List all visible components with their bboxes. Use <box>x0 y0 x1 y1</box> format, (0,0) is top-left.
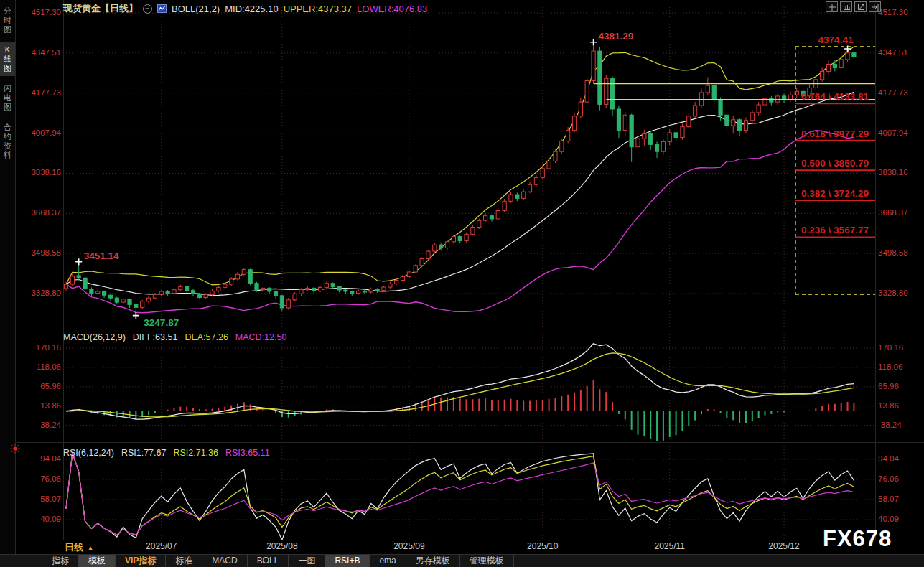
bottom-tab-5[interactable]: BOLL <box>248 555 289 567</box>
collapse-panel-icon[interactable] <box>869 1 881 12</box>
axis-tick-label: 3328.80 <box>22 289 61 298</box>
axis-tick-label: 3328.80 <box>878 289 923 298</box>
x-axis-month-label: 2025/08 <box>257 541 307 551</box>
axis-tick-label: 4007.94 <box>22 128 61 138</box>
sidebar-item-0[interactable]: 分时图 <box>0 4 15 37</box>
x-axis-month-label: 2025/09 <box>384 541 434 551</box>
axis-tick-label: 40.09 <box>878 515 923 524</box>
axis-tick-label: -38.24 <box>878 421 923 430</box>
chart-arrow-icon[interactable] <box>854 1 867 12</box>
bottom-tab-1[interactable]: 模板 <box>79 555 116 567</box>
alert-burst-icon <box>9 443 21 457</box>
boll-lower-value: LOWER:4076.83 <box>357 4 427 14</box>
axis-tick-label: 4517.30 <box>878 8 923 17</box>
bottom-tab-0[interactable]: 指标 <box>42 555 79 567</box>
sidebar-item-1[interactable]: K线图 <box>0 42 15 76</box>
chart-canvas[interactable]: 4374.410.764 \ 4133.810.618 \ 3977.290.5… <box>0 0 924 567</box>
axis-tick-label: 3498.58 <box>878 248 923 258</box>
sidebar-item-3[interactable]: 合约资料 <box>0 120 15 163</box>
period-text: 日线 <box>65 541 83 554</box>
sidebar-item-2[interactable]: 闪电图 <box>0 81 15 115</box>
rsi-title: RSI(6,12,24) <box>63 448 114 458</box>
axis-tick-label: 4517.30 <box>22 8 61 17</box>
symbol-title: 现货黄金【日线】 <box>63 2 138 15</box>
bottom-tab-8[interactable]: ema <box>370 555 406 567</box>
collapse-indicator-icon[interactable]: − <box>143 4 152 14</box>
svg-text:0.764 \ 4133.81: 0.764 \ 4133.81 <box>801 91 869 102</box>
axis-tick-label: 4177.73 <box>878 88 923 98</box>
axis-tick-label: 170.16 <box>878 343 923 352</box>
macd-bar-value: MACD:12.50 <box>235 332 287 342</box>
axis-tick-label: 4347.51 <box>878 48 923 57</box>
axis-tick-label: 3838.16 <box>22 168 61 177</box>
x-axis-month-label: 2025/07 <box>136 541 187 551</box>
axis-tick-label: 13.86 <box>878 401 923 411</box>
axis-tick-label: 4007.94 <box>878 128 923 138</box>
axis-tick-label: 94.04 <box>878 454 923 464</box>
sidebar: 分时图K线图闪电图合约资料 <box>0 0 15 567</box>
svg-text:0.500 \ 3850.79: 0.500 \ 3850.79 <box>801 158 869 169</box>
axis-tick-label: 118.06 <box>878 362 923 372</box>
chart-header: 现货黄金【日线】 − BOLL(21,2) MID:4225.10 UPPER:… <box>63 2 427 15</box>
svg-text:3247.87: 3247.87 <box>144 317 179 328</box>
macd-title: MACD(26,12,9) <box>63 332 126 342</box>
rsi-header: RSI(6,12,24) RSI1:77.67 RSI2:71.36 RSI3:… <box>63 448 270 458</box>
boll-upper-value: UPPER:4373.37 <box>284 4 352 14</box>
axis-tick-label: 4347.51 <box>22 48 61 57</box>
watermark: FX678 <box>823 526 892 552</box>
x-axis-month-label: 2025/12 <box>759 541 809 551</box>
bottom-tab-7[interactable]: RSI+B <box>325 555 370 567</box>
axis-tick-label: 76.06 <box>22 474 61 484</box>
axis-tick-label: 58.07 <box>878 495 923 504</box>
trading-app: 4374.410.764 \ 4133.810.618 \ 3977.290.5… <box>0 0 924 567</box>
axis-tick-label: 4177.73 <box>22 88 61 98</box>
svg-text:0.618 \ 3977.29: 0.618 \ 3977.29 <box>801 128 869 139</box>
rsi2-value: RSI2:71.36 <box>173 448 218 458</box>
rsi3-value: RSI3:65.11 <box>225 448 270 458</box>
macd-diff-value: DIFF:63.51 <box>133 332 178 342</box>
svg-text:4381.29: 4381.29 <box>599 31 634 42</box>
chart-scale-icon[interactable] <box>840 1 852 12</box>
boll-mid-value: MID:4225.10 <box>225 4 278 14</box>
axis-tick-label: 3498.58 <box>22 248 61 258</box>
svg-text:3451.14: 3451.14 <box>84 250 119 261</box>
macd-dea-value: DEA:57.26 <box>185 332 228 342</box>
svg-text:0.382 \ 3724.29: 0.382 \ 3724.29 <box>801 188 869 199</box>
axis-tick-label: 58.07 <box>22 495 61 504</box>
axis-tick-label: 65.96 <box>22 382 61 391</box>
x-axis-month-label: 2025/11 <box>645 541 695 551</box>
svg-text:0.236 \ 3567.77: 0.236 \ 3567.77 <box>801 225 869 235</box>
axis-tick-label: 118.06 <box>22 362 61 372</box>
bottom-tab-3[interactable]: 标准 <box>166 555 202 567</box>
axis-tick-label: 3668.37 <box>878 208 923 217</box>
axis-tick-label: 13.86 <box>22 401 61 411</box>
axis-tick-label: 3838.16 <box>878 168 923 177</box>
axis-tick-label: -38.24 <box>22 421 61 430</box>
boll-label: BOLL(21,2) <box>172 4 220 14</box>
axis-tick-label: 3668.37 <box>22 208 61 217</box>
axis-tick-label: 40.09 <box>22 515 61 524</box>
bottom-tab-6[interactable]: 一图 <box>289 555 325 567</box>
rsi1-value: RSI1:77.67 <box>121 448 167 458</box>
chart-toolbar <box>826 1 881 12</box>
crosshair-icon[interactable] <box>826 1 838 12</box>
x-axis-month-label: 2025/10 <box>518 541 568 551</box>
svg-text:4374.41: 4374.41 <box>818 34 854 45</box>
bottom-toolbar: 指标模板VIP指标标准MACDBOLL一图RSI+Bema另存模板管理模板 <box>0 554 924 567</box>
period-selector[interactable]: 日线 ▲ <box>65 541 94 554</box>
period-arrow-icon: ▲ <box>87 544 94 552</box>
axis-tick-label: 65.96 <box>878 382 923 391</box>
bottom-tab-9[interactable]: 另存模板 <box>406 555 460 567</box>
macd-header: MACD(26,12,9) DIFF:63.51 DEA:57.26 MACD:… <box>63 332 286 342</box>
bottom-tab-2[interactable]: VIP指标 <box>116 555 166 567</box>
indicator-chart-icon <box>157 4 167 13</box>
axis-tick-label: 94.04 <box>22 454 61 464</box>
bottom-tab-10[interactable]: 管理模板 <box>460 555 514 567</box>
axis-tick-label: 170.16 <box>22 343 61 352</box>
axis-tick-label: 76.06 <box>878 474 923 484</box>
bottom-tab-4[interactable]: MACD <box>202 555 247 567</box>
